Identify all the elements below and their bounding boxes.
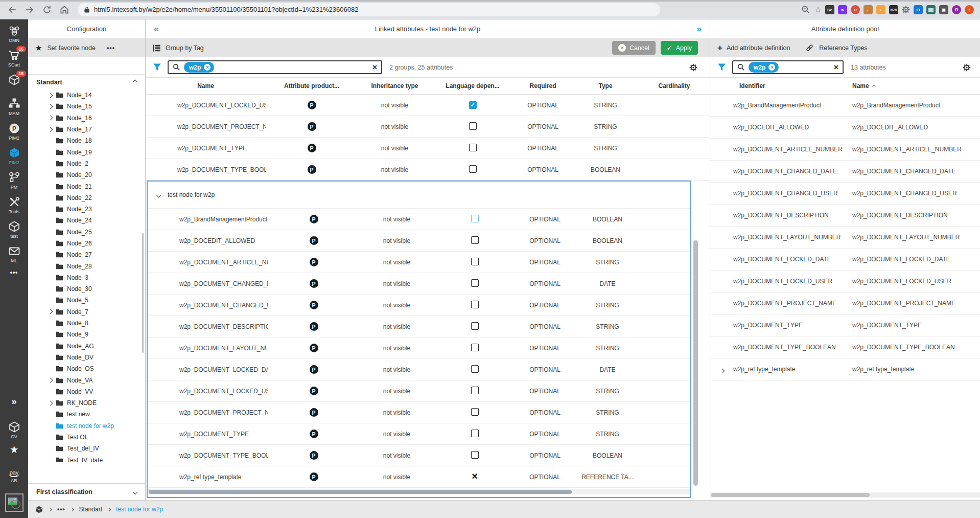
attribute-row[interactable]: w2p_DOCUMENT_ARTICLE_NUMBER P not visibl…: [148, 252, 690, 273]
language-dependent-checkbox[interactable]: [471, 472, 479, 480]
tree-node[interactable]: Node_16: [28, 112, 145, 124]
attribute-row[interactable]: w2p_DOCUMENT_TYPE_BOOLEAN P not visible …: [148, 445, 690, 466]
language-dependent-checkbox[interactable]: [471, 215, 479, 222]
pool-row[interactable]: w2p_DOCUMENT_LOCKED_USER w2p_DOCUMENT_LO…: [710, 271, 980, 292]
tree-node[interactable]: Node_22: [28, 192, 145, 204]
tree-node[interactable]: Node_AG: [28, 341, 145, 352]
pool-row[interactable]: w2p_DOCEDIT_ALLOWED w2p_DOCEDIT_ALLOWED: [710, 117, 980, 139]
col-required[interactable]: Required: [514, 82, 572, 89]
clear-search-icon[interactable]: ×: [372, 63, 377, 72]
tree-node[interactable]: Node_3: [28, 272, 145, 283]
cancel-button[interactable]: × Cancel: [612, 41, 656, 55]
rail-item-pm[interactable]: PM: [8, 171, 20, 190]
scrollbar-thumb[interactable]: [711, 493, 870, 497]
tree-node[interactable]: RK_NODE: [28, 397, 145, 409]
language-dependent-checkbox[interactable]: [471, 344, 479, 351]
more-options-button[interactable]: •••: [107, 44, 115, 52]
rail-item-test[interactable]: test: [8, 220, 20, 239]
ext-gear-icon[interactable]: [902, 6, 910, 14]
home-icon[interactable]: [59, 5, 69, 15]
tree-node[interactable]: Node_7: [28, 306, 145, 318]
tree-node[interactable]: Node_14: [28, 89, 145, 101]
ext-selenium-icon[interactable]: Se: [825, 5, 834, 14]
zoom-out-icon[interactable]: [801, 5, 811, 15]
expand-icon[interactable]: [49, 378, 56, 382]
scrollbar-thumb[interactable]: [149, 490, 572, 494]
attribute-row[interactable]: w2p_DOCUMENT_TYPE P not visible OPTIONAL…: [148, 423, 690, 445]
forward-icon[interactable]: [25, 5, 35, 15]
ext-marker-icon[interactable]: /: [876, 5, 885, 14]
rail-item-pim2-active[interactable]: PIM2: [8, 147, 20, 165]
breadcrumb-item-standart[interactable]: Standart: [79, 506, 102, 513]
ext-magnet-icon[interactable]: U: [851, 5, 860, 14]
pool-row[interactable]: w2p_DOCUMENT_ARTICLE_NUMBER w2p_DOCUMENT…: [710, 139, 980, 161]
chip-remove-icon[interactable]: ×: [768, 64, 775, 71]
tree-node[interactable]: Node_DV: [28, 352, 145, 363]
pool-row[interactable]: w2p_DOCUMENT_PROJECT_NAME w2p_DOCUMENT_P…: [710, 292, 980, 314]
language-dependent-checkbox[interactable]: [469, 165, 477, 173]
expand-icon[interactable]: [49, 310, 56, 313]
tree-node[interactable]: Test OI: [28, 432, 145, 443]
language-dependent-checkbox[interactable]: [471, 301, 479, 308]
rail-item-box[interactable]: 15: [8, 74, 20, 92]
ext-fl-icon[interactable]: Fl: [914, 5, 923, 14]
expand-icon[interactable]: [49, 128, 56, 131]
language-dependent-checkbox[interactable]: [469, 122, 477, 130]
col-language-dependent[interactable]: Language depen...: [432, 82, 514, 89]
section-standart[interactable]: Standart: [28, 74, 145, 89]
tree-node[interactable]: Node_23: [28, 204, 145, 215]
group-header[interactable]: test node for w2p: [148, 182, 690, 209]
breadcrumb-item-current[interactable]: test node for w2p: [116, 506, 163, 513]
col-attribute-product[interactable]: Attribute product...: [266, 82, 358, 89]
expand-icon[interactable]: [49, 401, 56, 405]
tree-node[interactable]: Node_20: [28, 169, 145, 181]
tree-node[interactable]: Test_del_IV: [28, 443, 145, 454]
tree-node[interactable]: Test_IV_date: [28, 455, 145, 462]
back-icon[interactable]: [7, 5, 17, 15]
attribute-row[interactable]: w2p_ref type_template P not visible OPTI…: [148, 466, 690, 488]
url-text[interactable]: html5.intexsoft.by/w2p/e2e/home/menu/355…: [94, 6, 358, 13]
attribute-row[interactable]: w2p_DOCUMENT_TYPE_BOOLEAN P not visible …: [146, 159, 710, 181]
root-cube-icon[interactable]: [35, 505, 43, 514]
tree-node[interactable]: Node_2: [28, 158, 145, 169]
tree-node[interactable]: Node_9: [28, 329, 145, 340]
language-dependent-checkbox[interactable]: [471, 279, 479, 287]
attribute-row[interactable]: w2p_DOCUMENT_TYPE P not visible OPTIONAL…: [146, 138, 710, 159]
pool-row[interactable]: w2p_DOCUMENT_LOCKED_DATE w2p_DOCUMENT_LO…: [710, 249, 980, 271]
collapse-left-icon[interactable]: «: [154, 25, 158, 33]
pool-row[interactable]: w2p_DOCUMENT_CHANGED_USER w2p_DOCUMENT_C…: [710, 183, 980, 205]
rail-item-mam[interactable]: MAM: [8, 98, 20, 116]
vertical-scrollbar-thumb[interactable]: [693, 240, 698, 486]
rail-item-pim2-p[interactable]: P PIM2: [8, 122, 20, 141]
attribute-row[interactable]: w2p_DOCUMENT_DESCRIPTION P not visible O…: [148, 316, 690, 337]
tree-node[interactable]: test new: [28, 409, 145, 420]
attribute-row[interactable]: w2p_DOCUMENT_PROJECT_NAME P not visible …: [148, 402, 690, 423]
pool-row[interactable]: w2p_DOCUMENT_TYPE_BOOLEAN w2p_DOCUMENT_T…: [710, 336, 980, 358]
table-settings-icon[interactable]: [689, 63, 697, 72]
rail-item-scart[interactable]: 15 SCart: [8, 49, 20, 67]
tree-node[interactable]: Node_18: [28, 135, 145, 146]
tree-node[interactable]: Node_17: [28, 124, 145, 135]
expand-icon[interactable]: [720, 367, 724, 374]
language-dependent-checkbox[interactable]: [471, 387, 479, 394]
reload-icon[interactable]: [42, 5, 52, 15]
table-settings-icon[interactable]: [963, 63, 971, 72]
tree-node[interactable]: Node_24: [28, 215, 145, 226]
ext-hammer-icon[interactable]: ⌐: [864, 5, 873, 14]
language-dependent-checkbox[interactable]: [469, 101, 477, 109]
filter-chip[interactable]: w2p ×: [184, 62, 214, 73]
ext-monitor-icon[interactable]: [926, 5, 936, 14]
col-type[interactable]: Type: [572, 82, 639, 89]
expand-icon[interactable]: [133, 489, 138, 494]
pool-row[interactable]: w2p_DOCUMENT_DESCRIPTION w2p_DOCUMENT_DE…: [710, 205, 980, 227]
filter-icon[interactable]: [717, 63, 726, 72]
tree-scrollbar[interactable]: [142, 233, 144, 353]
rail-item-cv[interactable]: CV: [8, 421, 20, 439]
attribute-row[interactable]: w2p_DOCUMENT_PROJECT_NAME P not visible …: [146, 116, 710, 138]
expand-icon[interactable]: [49, 116, 56, 120]
col-inheritance-type[interactable]: Inheritance type: [358, 82, 432, 89]
pool-row[interactable]: w2p_DOCUMENT_TYPE w2p_DOCUMENT_TYPE: [710, 314, 980, 336]
tree-node[interactable]: Node_21: [28, 181, 145, 192]
language-dependent-checkbox[interactable]: [471, 236, 479, 244]
expand-right-icon[interactable]: »: [697, 25, 702, 33]
